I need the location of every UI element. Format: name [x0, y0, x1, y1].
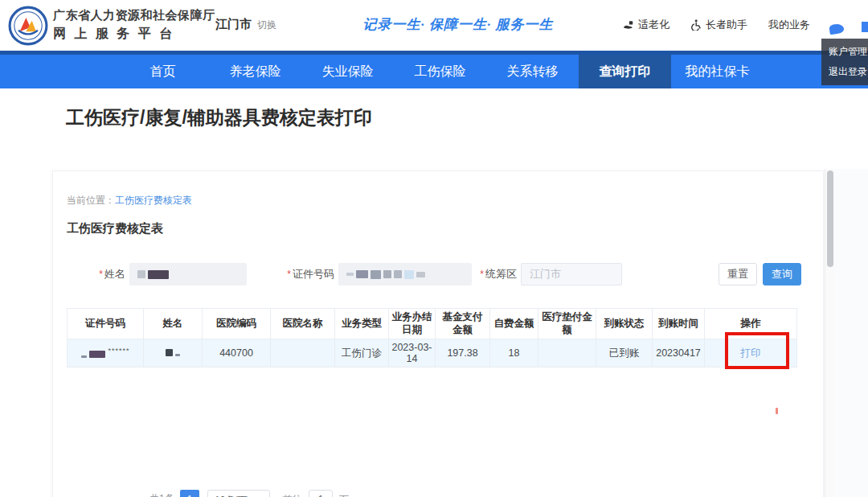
results-table: 证件号码 姓名 医院编码 医院名称 业务类型 业务办结日期 基金支付金额 自费金…	[67, 308, 796, 368]
wheelchair-icon	[690, 19, 702, 31]
breadcrumb-label: 当前位置：	[67, 195, 115, 206]
partial-avatar-icon[interactable]	[862, 22, 868, 32]
name-input[interactable]	[129, 263, 247, 285]
nav-item-transfer[interactable]: 关系转移	[486, 55, 579, 88]
my-business-button[interactable]: 我的业务	[768, 18, 810, 32]
region-input[interactable]: 江门市	[521, 263, 622, 285]
top-header: 广东省人力资源和社会保障厅 网 上 服 务 平 台 江门市 切换 记录一生· 保…	[0, 0, 868, 51]
redacted-blob	[81, 355, 87, 358]
cell-settle-date: 2023-03-14	[389, 339, 436, 368]
pagination: 共1条 1 10条/页 ▾ 前往 1 页	[53, 490, 809, 497]
cell-hospital-name	[271, 339, 335, 368]
cell-hospital-code: 440700	[203, 339, 271, 368]
cell-advance-amount	[538, 339, 596, 368]
redacted-blob	[383, 270, 391, 278]
redacted-blob	[148, 270, 169, 279]
col-fund-amount: 基金支付金额	[436, 309, 490, 339]
cell-fund-amount: 197.38	[436, 339, 490, 368]
region-value: 江门市	[530, 267, 561, 281]
org-name-line1: 广东省人力资源和社会保障厅	[53, 8, 215, 23]
screen: 广东省人力资源和社会保障厅 网 上 服 务 平 台 江门市 切换 记录一生· 保…	[0, 0, 868, 497]
my-business-label: 我的业务	[768, 18, 810, 32]
pagination-total: 共1条	[149, 492, 174, 497]
nav-item-work-injury[interactable]: 工伤保险	[394, 55, 486, 88]
elder-mode-label: 适老化	[638, 18, 669, 32]
cell-business-type: 工伤门诊	[335, 339, 389, 368]
elder-mode-button[interactable]: 适老化	[623, 18, 669, 32]
cert-label: *证件号码	[272, 263, 334, 285]
redacted-blob	[404, 270, 414, 279]
reset-button[interactable]: 重置	[719, 263, 757, 285]
content-card: 当前位置：工伤医疗费核定表 工伤医疗费核定表 *姓名 *证件号码 *统筹区 江门…	[52, 170, 824, 497]
redacted-blob	[346, 273, 354, 276]
elder-mode-icon	[623, 19, 634, 31]
col-name: 姓名	[144, 309, 203, 339]
cell-arrive-time: 20230417	[653, 339, 705, 368]
menu-item-logout[interactable]: 退出登录	[829, 65, 868, 79]
annotation-box	[725, 332, 789, 369]
query-button[interactable]: 查询	[763, 263, 801, 285]
redacted-blob	[356, 270, 368, 278]
nav-item-social-card[interactable]: 我的社保卡	[671, 55, 764, 88]
nav-item-pension[interactable]: 养老保险	[209, 55, 301, 88]
switch-city-link[interactable]: 切换	[257, 18, 276, 32]
col-arrive-status: 到账状态	[596, 309, 653, 339]
redacted-blob	[137, 270, 145, 278]
name-label: *姓名	[68, 263, 125, 285]
vertical-scrollbar[interactable]	[825, 169, 834, 497]
cell-arrive-status: 已到账	[596, 339, 653, 368]
col-advance-amount: 医疗垫付金额	[538, 309, 596, 339]
pagination-size-select[interactable]: 10条/页 ▾	[207, 490, 270, 497]
nav-item-unemployment[interactable]: 失业保险	[301, 55, 394, 88]
redacted-blob	[175, 354, 180, 356]
cert-input[interactable]	[338, 263, 472, 285]
menu-item-account-management[interactable]: 账户管理	[829, 45, 868, 59]
pagination-goto-suffix: 页	[339, 493, 349, 497]
redacted-blob	[371, 270, 381, 279]
account-dropdown: 账户管理 退出登录	[821, 39, 868, 85]
cell-cert-no: ******	[68, 339, 144, 368]
col-cert-no: 证件号码	[68, 309, 144, 339]
redacted-blob	[416, 272, 425, 277]
pagination-goto-input[interactable]: 1	[309, 490, 333, 497]
redacted-blob	[394, 270, 402, 278]
breadcrumb-current-link[interactable]: 工伤医疗费核定表	[115, 195, 192, 206]
table-header-row: 证件号码 姓名 医院编码 医院名称 业务类型 业务办结日期 基金支付金额 自费金…	[68, 309, 797, 339]
header-menu: 适老化 长者助手 我的业务	[623, 18, 810, 32]
city-switcher: 江门市 切换	[215, 17, 276, 32]
cell-name	[144, 339, 203, 368]
col-hospital-name: 医院名称	[271, 309, 335, 339]
redacted-blob	[166, 349, 173, 356]
gov-logo	[8, 6, 48, 46]
scrollbar-thumb[interactable]	[827, 170, 833, 267]
elder-helper-button[interactable]: 长者助手	[690, 18, 747, 32]
redacted-blob	[89, 351, 105, 358]
pointer-icon	[829, 23, 844, 35]
table-row: ****** 440700 工伤门诊 2023-03-14 197.38 18	[68, 339, 797, 368]
current-city: 江门市	[215, 17, 252, 32]
pagination-page-1[interactable]: 1	[180, 490, 199, 497]
col-self-amount: 自费金额	[490, 309, 538, 339]
col-business-type: 业务类型	[335, 309, 389, 339]
org-name-line2: 网 上 服 务 平 台	[53, 26, 215, 43]
page-title: 工伤医疗/康复/辅助器具费核定表打印	[66, 105, 372, 130]
right-margin	[834, 169, 868, 497]
site-title: 广东省人力资源和社会保障厅 网 上 服 务 平 台	[53, 8, 215, 43]
main-nav: 首页 养老保险 失业保险 工伤保险 关系转移 查询打印 我的社保卡	[0, 51, 868, 88]
breadcrumb: 当前位置：工伤医疗费核定表	[67, 194, 192, 207]
col-hospital-code: 医院编码	[203, 309, 271, 339]
cell-self-amount: 18	[490, 339, 538, 368]
site-slogan: 记录一生· 保障一生· 服务一生	[342, 15, 575, 34]
elder-helper-label: 长者助手	[706, 18, 747, 32]
pagination-goto-label: 前往	[283, 493, 302, 497]
nav-item-home[interactable]: 首页	[117, 55, 209, 88]
nav-item-query-print[interactable]: 查询打印	[579, 55, 671, 88]
section-title: 工伤医疗费核定表	[67, 221, 163, 236]
red-cursor-mark	[776, 408, 778, 414]
col-settle-date: 业务办结日期	[389, 309, 436, 339]
col-arrive-time: 到账时间	[653, 309, 705, 339]
chevron-down-icon: ▾	[260, 491, 264, 497]
region-label: *统筹区	[459, 263, 517, 285]
